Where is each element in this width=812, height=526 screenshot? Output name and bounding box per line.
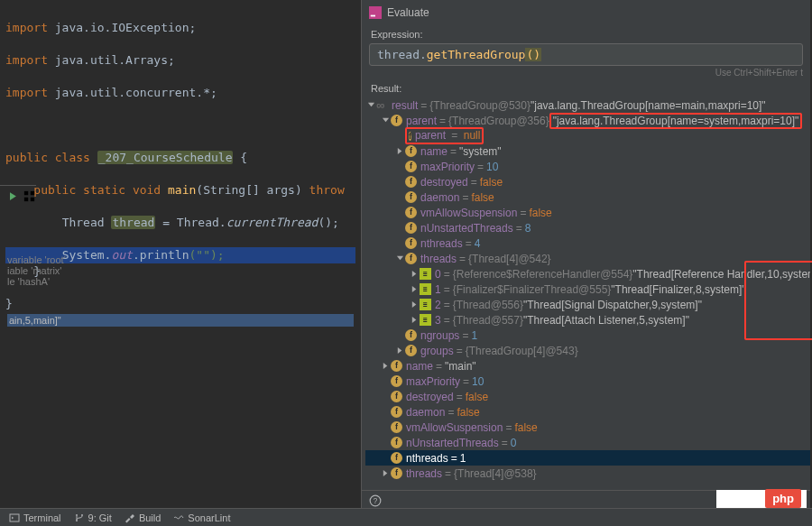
status-git[interactable]: 9: Git (74, 512, 112, 523)
tree-node: fdaemon = false (365, 189, 810, 205)
intellij-icon (369, 6, 382, 19)
svg-point-9 (76, 514, 78, 516)
branch-icon (74, 512, 85, 523)
svg-rect-3 (31, 198, 34, 201)
watermark: php (765, 489, 801, 508)
svg-text:?: ? (374, 496, 378, 504)
problem-item[interactable]: le 'hashA' (7, 276, 354, 287)
result-label: Result: (362, 79, 810, 96)
tree-node: fdestroyed = false (365, 174, 810, 189)
svg-point-10 (76, 520, 78, 521)
run-icon[interactable] (5, 189, 19, 203)
tree-node: fnUnstartedThreads = 8 (365, 220, 810, 235)
svg-rect-0 (24, 191, 28, 195)
expression-label: Expression: (362, 25, 810, 42)
tree-node-threads: fthreads = {Thread[4]@542} (365, 251, 810, 266)
problems-panel: variable 'root' iable 'matrix' le 'hashA… (0, 253, 361, 328)
tree-node: fvmAllowSuspension = false (365, 205, 810, 220)
tree-node: fname = "system" (365, 143, 810, 159)
tree-node: fmaxPriority = 10 (365, 374, 810, 389)
problem-item[interactable]: iable 'matrix' (7, 265, 354, 276)
expression-input[interactable]: thread.getThreadGroup() (369, 43, 803, 66)
svg-rect-4 (369, 6, 382, 19)
tree-node-parent: fparent = {ThreadGroup@356} "java.lang.T… (365, 113, 810, 128)
tree-node-array-item: ≡1 = {Finalizer$FinalizerThread@555} "Th… (365, 281, 810, 297)
svg-rect-5 (371, 15, 375, 17)
tree-node: fthreads = {Thread[4]@538} (365, 466, 810, 481)
svg-rect-8 (10, 514, 19, 521)
tree-node: fgroups = {ThreadGroup[4]@543} (365, 343, 810, 358)
tree-node: fnthreads = 4 (365, 235, 810, 251)
dialog-titlebar[interactable]: Evaluate (362, 0, 810, 25)
tree-node: fngroups = 1 (365, 328, 810, 343)
tree-node-selected: fnthreads = 1 (365, 450, 810, 466)
svg-point-11 (81, 514, 83, 516)
gutter-icons[interactable] (0, 185, 36, 207)
svg-rect-1 (31, 191, 34, 195)
result-tree[interactable]: ∞result = {ThreadGroup@530} "java.lang.T… (362, 96, 810, 490)
status-build[interactable]: Build (125, 512, 161, 523)
problem-item[interactable]: variable 'root' (7, 254, 354, 265)
tree-node: fvmAllowSuspension = false (365, 420, 810, 435)
tree-node: fnUnstartedThreads = 0 (365, 435, 810, 450)
tree-node-result: ∞result = {ThreadGroup@530} "java.lang.T… (365, 97, 810, 113)
tree-node: fname = "main" (365, 358, 810, 374)
svg-rect-2 (24, 198, 28, 201)
wave-icon (173, 512, 184, 523)
tree-node: fdestroyed = false (365, 389, 810, 404)
search-result[interactable]: ain,5,main]" (7, 314, 354, 327)
status-terminal[interactable]: Terminal (9, 512, 61, 523)
tree-node: fmaxPriority = 10 (365, 159, 810, 174)
tree-node: fdaemon = false (365, 404, 810, 420)
status-sonarlint[interactable]: SonarLint (173, 512, 230, 523)
tree-node-parent-null: fparent = null (365, 128, 810, 143)
terminal-icon (9, 512, 20, 523)
tree-node-array-item: ≡0 = {Reference$ReferenceHandler@554} "T… (365, 266, 810, 281)
dialog-title: Evaluate (387, 6, 429, 19)
status-bar: Terminal 9: Git Build SonarLint (0, 508, 812, 526)
grid-icon[interactable] (23, 189, 36, 203)
evaluate-dialog: Evaluate Expression: thread.getThreadGro… (361, 0, 810, 510)
tree-node-array-item: ≡2 = {Thread@556} "Thread[Signal Dispatc… (365, 297, 810, 312)
help-icon[interactable]: ? (369, 494, 382, 507)
hammer-icon (125, 512, 135, 523)
tree-node-array-item: ≡3 = {Thread@557} "Thread[Attach Listene… (365, 312, 810, 328)
hint-text: Use Ctrl+Shift+Enter t (362, 66, 810, 79)
